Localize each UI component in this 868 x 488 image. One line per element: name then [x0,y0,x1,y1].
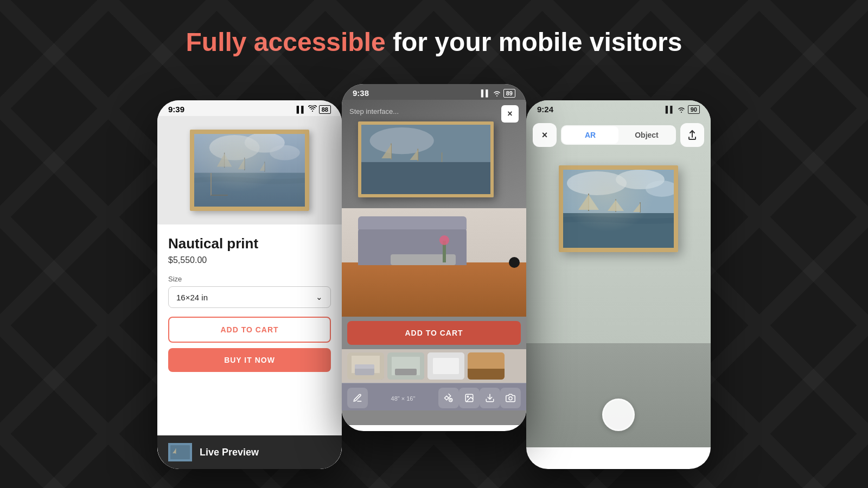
close-icon: × [507,109,512,119]
phone2-time: 9:38 [353,88,369,98]
phone1-wifi-icon [308,105,317,113]
phone3-time: 9:24 [537,105,553,114]
phone2-body: Step interface... × [342,100,526,425]
download-icon[interactable] [480,388,500,408]
phone2-signal-icon: ▌▌ [481,89,490,97]
headline-rest: for your mobile visitors [386,28,682,56]
phone2-add-to-cart-button[interactable]: ADD TO CART [347,321,521,345]
svg-marker-9 [238,159,245,169]
object-tab[interactable]: Object [618,126,675,144]
phone1-body: Nautical print $5,550.00 Size 16×24 in ⌄… [157,116,342,463]
size-label: Size [168,275,331,283]
phone2-thumb-2[interactable] [387,352,424,380]
phone2-toolbar: 48" × 16" [342,383,526,410]
svg-rect-13 [170,445,190,459]
ar-icon[interactable] [438,388,459,408]
phone1-image-area [157,116,342,224]
svg-point-46 [567,171,627,195]
ar-close-button[interactable]: × [533,123,557,147]
buy-it-now-button[interactable]: BUY IT NOW [168,348,331,372]
phones-container: 9:39 ▌▌ 88 [0,84,868,469]
phone2-frame: 9:38 ▌▌ 89 Step interface... × [342,84,526,431]
svg-point-2 [245,134,285,153]
phone3-floor [526,343,711,447]
page-wrapper: Fully accessible for your mobile visitor… [0,0,868,488]
svg-rect-4 [194,173,305,207]
svg-rect-35 [433,358,459,374]
room-scroll-dot[interactable] [509,257,520,268]
svg-point-48 [646,181,674,197]
svg-rect-44 [563,170,674,248]
phone3-signal-icon: ▌▌ [666,106,675,113]
live-preview-thumb [168,443,192,461]
phone1-frame: 9:39 ▌▌ 88 [157,100,342,469]
size-select[interactable]: 16×24 in ⌄ [168,286,331,308]
svg-marker-52 [589,195,599,210]
phone1-painting [190,130,309,211]
svg-rect-37 [468,369,505,380]
chevron-down-icon: ⌄ [316,292,323,302]
phone1-signal-icon: ▌▌ [297,106,306,113]
size-value: 16×24 in [176,293,208,302]
phone3-painting [559,165,678,252]
add-to-cart-button[interactable]: ADD TO CART [168,317,331,343]
live-preview-bar[interactable]: Live Preview [157,435,342,469]
svg-point-40 [467,396,468,397]
svg-rect-33 [395,369,417,375]
phone2-thumbnails [342,349,526,383]
phone2-battery-icon: 89 [503,89,515,98]
phone1-battery-icon: 88 [319,105,331,114]
phone3-body: × AR Object [526,100,711,447]
svg-rect-30 [355,364,374,369]
svg-marker-51 [578,195,589,210]
phone2-thumb-4[interactable] [468,352,505,380]
phone3-battery-icon: 90 [688,105,700,114]
image-icon[interactable] [459,388,480,408]
phone2-room-section [342,208,526,317]
close-icon: × [542,130,548,141]
ar-tab[interactable]: AR [562,126,618,144]
phone3-frame: 9:24 ▌▌ 90 [526,100,711,469]
phone2-close-button[interactable]: × [501,105,519,123]
phone1-status-bar: 9:39 ▌▌ 88 [157,100,342,116]
ar-share-button[interactable] [680,123,704,147]
svg-marker-54 [608,200,616,211]
phone1-icons: ▌▌ 88 [297,105,331,114]
svg-rect-0 [194,134,305,207]
svg-marker-55 [616,200,624,211]
edit-icon[interactable] [347,388,368,408]
camera-icon[interactable] [500,388,521,408]
svg-marker-57 [633,203,640,212]
phone2-thumb-3[interactable] [427,352,464,380]
phone2-wifi-icon [493,90,501,97]
phone1-content: Nautical print $5,550.00 Size 16×24 in ⌄… [157,224,342,463]
live-preview-text: Live Preview [200,447,259,458]
svg-rect-29 [355,368,374,375]
phone2-top-label: Step interface... [349,107,399,115]
size-label-text: 48" × 16" [368,394,438,402]
svg-point-47 [616,170,665,189]
room-flowers [439,235,449,262]
phone2-icons: ▌▌ 89 [481,89,515,98]
phone3-icons: ▌▌ 90 [666,105,700,114]
phone2-status-bar: 9:38 ▌▌ 89 [342,84,526,100]
phone3-capture-button[interactable] [602,399,635,431]
ar-tabs: AR Object [561,125,676,145]
svg-point-17 [370,127,434,154]
phone2-top-section: Step interface... × [342,100,526,208]
svg-marker-11 [260,163,265,171]
phone3-ar-controls: × AR Object [533,123,704,147]
phone2-painting-top [358,121,494,197]
svg-point-1 [209,135,260,160]
svg-rect-49 [563,213,674,248]
phone1-time: 9:39 [168,105,184,114]
svg-rect-45 [563,170,674,213]
phone2-thumb-1[interactable] [347,352,384,380]
product-price: $5,550.00 [168,255,331,265]
svg-marker-6 [217,153,225,166]
headline-accent: Fully accessible [186,28,386,56]
phone3-wifi-icon [677,106,686,113]
svg-marker-7 [225,153,232,166]
svg-point-42 [509,397,512,400]
phone3-status-bar: 9:24 ▌▌ 90 [526,100,711,116]
